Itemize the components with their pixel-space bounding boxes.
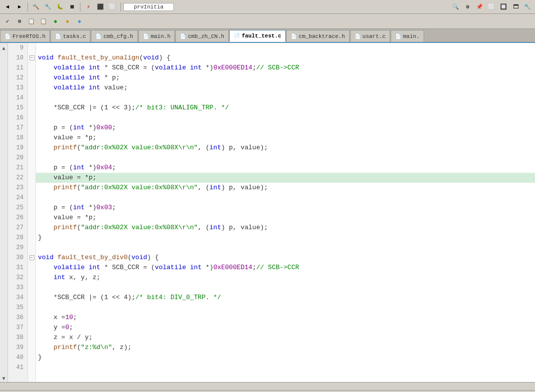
tab-fault-test-c[interactable]: 📄 fault_test.c — [229, 30, 286, 42]
code-line-14 — [36, 93, 535, 103]
fn-printf-23: printf — [53, 183, 77, 193]
code-line-30: void fault_test_by_div0 ( void ) { — [36, 253, 535, 263]
check-btn[interactable]: ✓ — [2, 16, 13, 27]
search-toolbar-btn[interactable]: 🔍 — [450, 1, 461, 12]
tab-usart-c[interactable]: 📄 usart.c — [350, 30, 390, 42]
fold-10[interactable]: − — [28, 53, 35, 63]
separator-2 — [80, 2, 80, 11]
tab-cm-backtrace-h[interactable]: 📄 cm_backtrace.h — [286, 30, 349, 42]
sp2-11: * SCB_CCR = ( — [100, 63, 155, 73]
rebuild-btn[interactable]: 🔧 — [42, 1, 53, 12]
code-line-23: printf ( "addr:0x%02X value:0x%08X\r\n" … — [36, 183, 535, 193]
ln-9: 9 — [8, 43, 25, 53]
kw-volatile-11: volatile — [53, 63, 84, 73]
code-40: } — [38, 353, 42, 363]
diamond-gold-btn[interactable]: ◆ — [62, 16, 73, 27]
ln-22: 22 — [8, 173, 25, 183]
ln-25: 25 — [8, 203, 25, 213]
scroll-up-arrow[interactable]: ▲ — [0, 45, 7, 52]
ln-30: 30 — [8, 253, 25, 263]
p21: p = ( — [53, 163, 73, 173]
code-32: x, y, z; — [65, 273, 100, 283]
copy-btn[interactable]: 📋 — [26, 16, 37, 27]
str-23: "addr:0x%02X value:0x%08X\r\n" — [81, 183, 198, 193]
p19c: ) p, value); — [221, 143, 268, 153]
pin-btn[interactable]: 📌 — [474, 1, 485, 12]
fold-18 — [28, 133, 35, 143]
tab-main-h[interactable]: 📄 main.h — [138, 30, 175, 42]
diamond-multi-btn[interactable]: ◆ — [74, 16, 85, 27]
code-line-31: volatile int * SCB_CCR = ( volatile int … — [36, 263, 535, 273]
code-area: 9 10 11 12 13 14 15 16 17 18 19 20 21 22… — [8, 43, 535, 382]
ln-10: 10 — [8, 53, 25, 63]
kw-int-31: int — [88, 263, 100, 273]
tab-freertos-h[interactable]: 📄 FreeRTOS.h — [0, 30, 50, 42]
cpu2-btn[interactable]: 🔲 — [498, 1, 509, 12]
kw-int2-11: int — [190, 63, 201, 73]
paste-btn[interactable]: 📋 — [38, 16, 49, 27]
tab-label-freertos: FreeRTOS.h — [12, 33, 45, 39]
help-btn[interactable]: 🔧 — [522, 1, 533, 12]
kw-void-30: void — [38, 253, 53, 263]
diamond-green-btn[interactable]: ◆ — [50, 16, 61, 27]
code-line-16 — [36, 113, 535, 123]
gear-btn[interactable]: ⚙ — [14, 16, 25, 27]
p172: *) — [85, 123, 96, 133]
p23a: ( — [77, 183, 81, 193]
tab-tasks-c[interactable]: 📄 tasks.c — [50, 30, 90, 42]
cmt-11: // SCB->CCR — [256, 63, 299, 73]
sp3-11 — [186, 63, 190, 73]
back-btn[interactable]: ◄ — [2, 1, 13, 12]
debug-btn[interactable]: 🐛 — [54, 1, 65, 12]
fold-38 — [28, 333, 35, 343]
forward-btn[interactable]: ► — [14, 1, 25, 12]
ln-36: 36 — [8, 313, 25, 323]
sp2-13: value; — [100, 83, 128, 93]
target-btn[interactable]: ⬛ — [95, 1, 106, 12]
fold-btn-10[interactable]: − — [29, 55, 34, 60]
sp1-11 — [85, 63, 89, 73]
erase-btn[interactable]: ⬜ — [107, 1, 118, 12]
num-36: 10 — [65, 313, 73, 323]
ln-18: 18 — [8, 133, 25, 143]
tab-cmb-cfg-h[interactable]: 📄 cmb_cfg.h — [91, 30, 137, 42]
settings-toolbar-btn[interactable]: ⚙ — [462, 1, 473, 12]
ln-24: 24 — [8, 193, 25, 203]
cmt-34: /* bit4: DIV_0_TRP. */ — [135, 293, 221, 303]
cpu-btn[interactable]: ⬜ — [486, 1, 497, 12]
ln-40: 40 — [8, 353, 25, 363]
fold-btn-30[interactable]: − — [29, 255, 34, 260]
ln-11: 11 — [8, 63, 25, 73]
build-btn[interactable]: 🔨 — [30, 1, 41, 12]
code-line-27: printf ( "addr:0x%02X value:0x%08X\r\n" … — [36, 223, 535, 233]
indent-39 — [38, 343, 53, 353]
window-btn[interactable]: 🗖 — [510, 1, 521, 12]
scrollbar-horizontal[interactable] — [0, 382, 535, 390]
code-line-17: p = ( int *) 0x00 ; — [36, 123, 535, 133]
sp1-13 — [85, 83, 89, 93]
sp-30 — [53, 253, 57, 263]
flash-btn[interactable]: ⚡ — [83, 1, 94, 12]
cmt-31: // SCB->CCR — [256, 263, 299, 273]
tab-cmb-zh-cn[interactable]: 📄 cmb_zh_CN.h — [175, 30, 229, 42]
sp4-11: *) — [202, 63, 213, 73]
code-lines[interactable]: void fault_test_by_unalign ( void ) { vo… — [36, 43, 535, 382]
tab-main-dot[interactable]: 📄 main. — [391, 30, 424, 42]
code-line-24 — [36, 193, 535, 203]
fold-41 — [28, 363, 35, 373]
stop-btn[interactable]: ⏹ — [66, 1, 77, 12]
kw-int-13: int — [88, 83, 100, 93]
kw-int-19: int — [209, 143, 221, 153]
semi-25: ; — [112, 203, 116, 213]
fold-30[interactable]: − — [28, 253, 35, 263]
ln-28: 28 — [8, 233, 25, 243]
p39a: ( — [77, 343, 81, 353]
hex-21: 0x04 — [96, 163, 112, 173]
kw-int2-31: int — [190, 263, 201, 273]
fold-21 — [28, 163, 35, 173]
scroll-down-arrow[interactable]: ▼ — [0, 375, 7, 382]
fold-23 — [28, 183, 35, 193]
indent-26 — [38, 213, 53, 223]
p39b: , z); — [112, 343, 131, 353]
p252: *) — [85, 203, 96, 213]
